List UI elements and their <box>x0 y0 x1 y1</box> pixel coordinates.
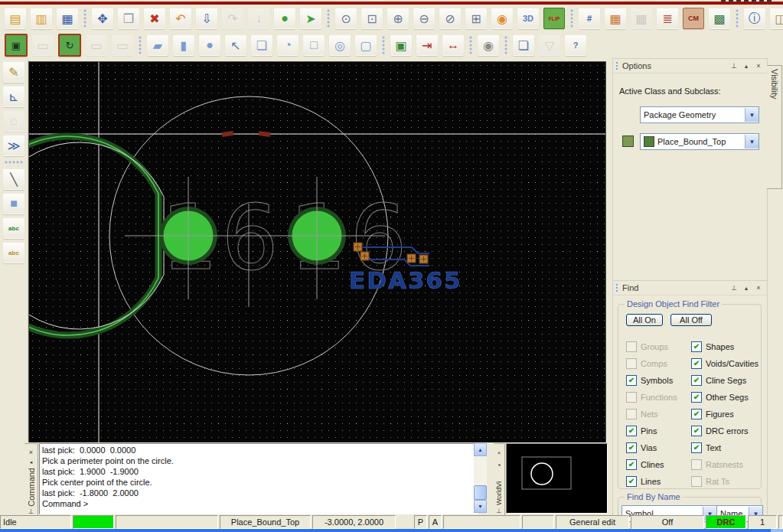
find-checkbox-drc-errors[interactable]: ✔DRC errors <box>691 423 759 439</box>
checkbox-icon[interactable]: ✔ <box>691 442 702 453</box>
zoom-previous-button[interactable]: ⊘ <box>439 8 461 29</box>
find-checkbox-pins[interactable]: ✔Pins <box>626 423 677 439</box>
find-checkbox-clines[interactable]: ✔Clines <box>626 456 677 473</box>
grid-toggle-button[interactable]: # <box>579 8 600 29</box>
find-checkbox-figures[interactable]: ✔Figures <box>691 406 759 423</box>
find-checkbox-cline-segs[interactable]: ✔Cline Segs <box>691 372 759 389</box>
find-checkbox-vias[interactable]: ✔Vias <box>626 439 677 456</box>
find-checkbox-text[interactable]: ✔Text <box>691 439 759 456</box>
zoom-fit-button[interactable]: ⊡ <box>361 8 383 29</box>
shape-select-mode-button[interactable]: ▣ <box>5 34 28 57</box>
find-checkbox-shapes[interactable]: ✔Shapes <box>691 338 759 355</box>
drag-handle-icon[interactable] <box>615 283 619 292</box>
drag-handle-icon[interactable] <box>615 61 619 70</box>
save-drawing-button[interactable]: ▦ <box>57 8 78 29</box>
world-view-tab[interactable]: × ◂ WorldVi ⊥ <box>494 443 505 521</box>
shape-copy-button[interactable]: ❏ <box>251 34 272 56</box>
drc-status-badge[interactable]: DRC <box>706 515 746 529</box>
dimension-button[interactable]: ⊾ <box>3 86 24 107</box>
close-icon[interactable]: × <box>493 447 505 459</box>
color-priority-button[interactable]: ▦ <box>605 8 626 29</box>
collapse-left-icon[interactable]: ◂ <box>25 457 38 467</box>
checkbox-icon[interactable]: ✔ <box>626 476 637 487</box>
chamfer-button[interactable]: ▢ <box>355 34 377 56</box>
shape-arc-button[interactable]: ◔ <box>277 34 299 56</box>
console-scrollbar[interactable]: ▲ ▼ <box>474 443 487 513</box>
checkbox-icon[interactable]: ✔ <box>626 459 637 470</box>
add-text-button[interactable]: abc <box>3 217 24 239</box>
close-icon[interactable]: × <box>752 60 765 72</box>
reports-button[interactable]: ❏ <box>513 34 534 56</box>
collapse-left-icon[interactable]: ◂ <box>493 459 505 470</box>
all-off-button[interactable]: All Off <box>670 314 712 326</box>
zoom-in-button[interactable]: ⊕ <box>387 8 409 29</box>
design-canvas[interactable]: 16 16 <box>28 61 606 443</box>
show-element-button[interactable]: ⓘ <box>744 8 765 29</box>
shape-edit-button[interactable]: ▣ <box>390 34 412 56</box>
view-3d-button[interactable]: 3D <box>517 8 539 29</box>
find-checkbox-other-segs[interactable]: ✔Other Segs <box>691 389 759 406</box>
unfilled-circle-button[interactable]: ◎ <box>329 34 351 56</box>
find-checkbox-voids-cavities[interactable]: ✔Voids/Cavities <box>691 355 759 372</box>
class-dropdown[interactable]: Package Geometry ▼ <box>640 106 759 123</box>
checkbox-icon[interactable]: ✔ <box>626 426 637 436</box>
collapse-icon[interactable]: ▲ <box>740 60 752 72</box>
shape-circular-button[interactable]: ● <box>199 34 220 56</box>
delete-button[interactable]: ✖ <box>144 8 165 29</box>
zoom-out-button[interactable]: ⊖ <box>413 8 435 29</box>
zoom-selection-button[interactable]: ⊞ <box>465 8 487 29</box>
world-view-canvas[interactable] <box>506 443 608 514</box>
move-mode-button[interactable]: ↻ <box>58 34 81 57</box>
edit-text-button[interactable]: abc <box>3 242 24 263</box>
close-icon[interactable]: × <box>25 447 38 457</box>
tab-visibility[interactable]: Visibility <box>767 65 782 189</box>
color-map-button[interactable]: CM <box>683 8 704 29</box>
checkbox-icon[interactable]: ✔ <box>691 409 702 419</box>
measure-point-button[interactable]: ⇥ <box>416 34 438 56</box>
shape-select-button[interactable]: ↖ <box>225 34 246 56</box>
color-world-button[interactable]: ▩ <box>709 8 730 29</box>
checkbox-icon[interactable]: ✔ <box>691 358 702 369</box>
chevron-down-icon[interactable]: ▼ <box>745 108 759 122</box>
scroll-down-icon[interactable]: ▼ <box>474 500 487 513</box>
status-superfilter[interactable]: Off <box>631 515 704 529</box>
checkbox-icon[interactable]: ✔ <box>691 392 702 403</box>
add-rectangle-button[interactable]: ■ <box>3 193 24 214</box>
new-drawing-button[interactable]: ▤ <box>5 8 26 29</box>
checkbox-icon[interactable]: ✔ <box>691 341 702 352</box>
shape-polygon-button[interactable]: ▰ <box>147 34 168 56</box>
command-console-tab[interactable]: × ◂ Command ⊥ <box>24 443 38 521</box>
checkbox-icon[interactable]: ✔ <box>626 375 637 386</box>
collapse-icon[interactable]: ▲ <box>740 282 752 294</box>
pin-icon[interactable]: ⊥ <box>728 60 740 72</box>
pin-icon[interactable]: ⊥ <box>728 282 740 294</box>
scrollbar-thumb[interactable] <box>474 485 487 500</box>
help-button[interactable]: ? <box>565 34 586 56</box>
chevron-tool-button[interactable]: ≫ <box>3 135 24 156</box>
unfilled-rectangle-button[interactable]: □ <box>303 34 325 56</box>
undo-button[interactable]: ↶ <box>170 8 191 29</box>
pin-button[interactable]: ➤ <box>300 8 321 29</box>
shadow-mode-button[interactable]: ≣ <box>657 8 678 29</box>
checkbox-icon[interactable]: ✔ <box>626 442 637 453</box>
snapshot-button[interactable]: ◉ <box>478 34 499 56</box>
flip-design-button[interactable]: FLIP <box>543 8 565 29</box>
measure-distance-button[interactable]: ↔ <box>442 34 464 56</box>
checkbox-icon[interactable]: ✔ <box>691 375 702 386</box>
console-output[interactable]: last pick: 0.0000 0.0000Pick a perimeter… <box>39 443 478 514</box>
move-button[interactable]: ✥ <box>92 8 113 29</box>
sketch-pencil-button[interactable]: ✎ <box>3 61 24 83</box>
application-mode-button[interactable]: A <box>429 515 442 529</box>
find-checkbox-symbols[interactable]: ✔Symbols <box>626 372 677 389</box>
close-icon[interactable]: × <box>752 282 765 294</box>
highlight-button[interactable]: ● <box>274 8 295 29</box>
zoom-points-button[interactable]: ⊙ <box>335 8 357 29</box>
copy-button[interactable]: ❐ <box>118 8 139 29</box>
find-checkbox-lines[interactable]: ✔Lines <box>626 473 677 490</box>
scroll-up-icon[interactable]: ▲ <box>474 443 487 456</box>
chevron-down-icon[interactable]: ▼ <box>745 135 759 149</box>
pick-mode-button[interactable]: P <box>414 515 427 529</box>
subclass-color-swatch[interactable] <box>622 135 634 147</box>
place-button[interactable]: ⇩ <box>196 8 217 29</box>
redraw-button[interactable]: ◉ <box>491 8 513 29</box>
